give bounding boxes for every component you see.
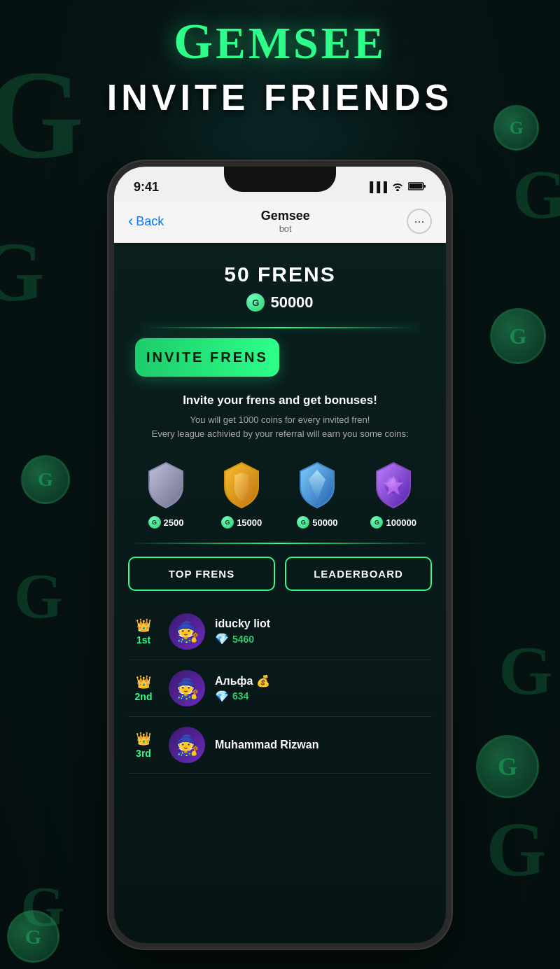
- crown-3-icon: 👑: [136, 731, 151, 746]
- invite-description: Invite your frens and get bonuses! You w…: [114, 386, 446, 447]
- frens-count: 50 FRENS: [128, 263, 432, 286]
- legendary-shield-icon: [372, 461, 414, 509]
- leader-item-1: 👑 1st 🧙 iducky liot 💎 5460: [128, 604, 432, 660]
- signal-icon: ▐▐▐: [366, 181, 387, 193]
- nav-bar: ‹ Back Gemsee bot ···: [114, 202, 446, 243]
- battery-icon: [408, 181, 426, 193]
- rank-3-col: 👑 3rd: [128, 731, 159, 759]
- nav-title: Gemsee: [261, 209, 310, 223]
- svg-rect-2: [410, 183, 423, 188]
- chevron-left-icon: ‹: [128, 212, 133, 230]
- tab-divider: [128, 543, 432, 544]
- silver-reward: G 2500: [148, 516, 184, 529]
- leader-item-3: 👑 3rd 🧙 Muhammad Rizwan: [128, 717, 432, 774]
- gold-gem-icon: G: [221, 516, 234, 529]
- phone-mockup: 9:41 ▐▐▐ ‹ Back Gemsee bot: [108, 161, 451, 949]
- invite-desc-heading: Invite your frens and get bonuses!: [135, 393, 425, 407]
- diamond-reward: G 50000: [297, 516, 337, 529]
- rank-1-label: 1st: [136, 634, 150, 646]
- avatar-3: 🧙: [169, 727, 205, 763]
- invite-desc-line1: You will get 1000 coins for every invite…: [190, 414, 370, 425]
- gold-badge: [219, 460, 264, 510]
- league-silver: G 2500: [144, 460, 188, 529]
- ellipsis-icon: ···: [414, 214, 424, 229]
- diamond-value: 50000: [312, 517, 337, 528]
- legendary-gem-icon: G: [370, 516, 383, 529]
- invite-frens-button[interactable]: INVITE FRENS: [135, 338, 279, 377]
- nav-subtitle: bot: [261, 223, 310, 234]
- league-gold: G 15000: [219, 460, 264, 529]
- leader-1-score: 💎 5460: [215, 632, 432, 646]
- deco-g-4: G: [14, 560, 63, 632]
- back-button[interactable]: ‹ Back: [128, 212, 164, 230]
- top-branding: Gemsee INVITE FRIENDS: [0, 0, 560, 118]
- crown-2-icon: 👑: [136, 674, 151, 690]
- rank-3-label: 3rd: [136, 748, 151, 759]
- rank-1-col: 👑 1st: [128, 618, 159, 646]
- leader-1-info: iducky liot 💎 5460: [215, 618, 432, 646]
- top-frens-tab[interactable]: TOP FRENS: [128, 557, 275, 591]
- frens-coins: G 50000: [128, 293, 432, 312]
- legendary-badge: [371, 460, 416, 510]
- score-gem-2-icon: 💎: [215, 690, 229, 703]
- wifi-icon: [391, 181, 404, 193]
- leader-1-value: 5460: [232, 634, 254, 645]
- frens-coin-value: 50000: [270, 293, 313, 312]
- invite-desc-line2: Every league achivied by your referral w…: [151, 428, 408, 439]
- silver-value: 2500: [164, 517, 184, 528]
- deco-coin-2: G: [21, 455, 70, 504]
- avatar-2-emoji: 🧙: [175, 677, 200, 700]
- avatar-3-emoji: 🧙: [175, 734, 200, 757]
- more-button[interactable]: ···: [407, 209, 432, 234]
- status-time: 9:41: [134, 180, 159, 195]
- deco-g-3: G: [512, 154, 560, 235]
- leader-item-2: 👑 2nd 🧙 Альфа 💰 💎 634: [128, 660, 432, 717]
- back-label: Back: [136, 214, 164, 229]
- brand-logo: Gemsee: [0, 13, 560, 71]
- legendary-value: 100000: [386, 517, 416, 528]
- avatar-1-emoji: 🧙: [175, 620, 200, 643]
- status-icons: ▐▐▐: [366, 181, 426, 193]
- legendary-reward: G 100000: [370, 516, 416, 529]
- leader-2-value: 634: [232, 690, 248, 702]
- gold-value: 15000: [237, 517, 262, 528]
- avatar-2: 🧙: [169, 670, 205, 706]
- diamond-gem-icon: G: [297, 516, 309, 529]
- rank-2-label: 2nd: [135, 691, 153, 702]
- leaderboard-list: 👑 1st 🧙 iducky liot 💎 5460: [114, 604, 446, 774]
- gold-reward: G 15000: [221, 516, 262, 529]
- diamond-shield-icon: [296, 461, 338, 509]
- leader-2-score: 💎 634: [215, 690, 432, 703]
- deco-coin-4: G: [7, 910, 59, 963]
- phone-frame: 9:41 ▐▐▐ ‹ Back Gemsee bot: [108, 161, 451, 949]
- league-legendary: G 100000: [370, 460, 416, 529]
- leader-2-name: Альфа 💰: [215, 674, 432, 688]
- leader-3-name: Muhammad Rizwan: [215, 739, 432, 751]
- silver-shield-icon: [145, 461, 187, 509]
- status-bar: 9:41 ▐▐▐: [114, 167, 446, 202]
- crown-1-icon: 👑: [136, 618, 151, 633]
- glow-divider-top: [142, 327, 418, 328]
- league-badges: G 2500: [114, 447, 446, 531]
- invite-desc-body: You will get 1000 coins for every invite…: [135, 413, 425, 440]
- tab-buttons: TOP FRENS LEADERBOARD: [114, 557, 446, 604]
- deco-g-2: G: [0, 224, 44, 321]
- silver-gem-icon: G: [148, 516, 161, 529]
- leader-3-info: Muhammad Rizwan: [215, 739, 432, 751]
- svg-rect-1: [424, 185, 426, 188]
- gold-shield-icon: [220, 461, 262, 509]
- rank-2-col: 👑 2nd: [128, 674, 159, 702]
- deco-g-6: G: [486, 805, 546, 894]
- camera-notch: [224, 167, 336, 192]
- invite-title: INVITE FRIENDS: [0, 76, 560, 118]
- nav-center: Gemsee bot: [261, 209, 310, 234]
- leaderboard-tab[interactable]: LEADERBOARD: [285, 557, 432, 591]
- leader-2-info: Альфа 💰 💎 634: [215, 674, 432, 703]
- score-gem-1-icon: 💎: [215, 632, 229, 646]
- league-diamond: G 50000: [295, 460, 340, 529]
- gem-icon: G: [246, 293, 265, 312]
- avatar-1: 🧙: [169, 613, 205, 650]
- diamond-badge: [295, 460, 340, 510]
- deco-coin-1: G: [490, 308, 546, 364]
- deco-coin-3: G: [476, 735, 539, 798]
